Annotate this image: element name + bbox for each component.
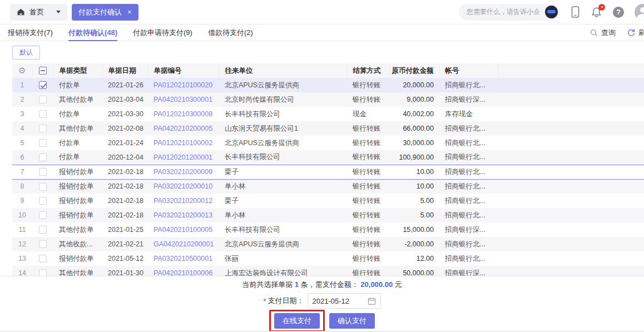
doc-number-link[interactable]: PA0320210200010 (153, 182, 212, 190)
query-button[interactable]: 查询 (589, 28, 616, 38)
table-row[interactable]: 8 报销付款单 2021-02-18 PA0320210200010 单小林 银… (12, 179, 644, 194)
row-checkbox[interactable] (39, 269, 47, 276)
cell-settle-method: 银行转账 (347, 208, 389, 222)
table-row[interactable]: 3 付款单 2021-03-30 PA0120210300008 长丰科技有限公… (12, 107, 644, 121)
cell-account: 招商银行北... (439, 121, 498, 136)
cell-doc-type: 报销付款单 (53, 208, 102, 222)
help-button[interactable]: ? (613, 7, 624, 18)
row-checkbox[interactable] (39, 168, 47, 176)
row-number: 2 (12, 92, 32, 107)
row-checkbox[interactable] (39, 255, 47, 262)
mobile-app-button[interactable] (571, 6, 580, 19)
row-number: 5 (12, 136, 32, 150)
online-pay-button[interactable]: 在线支付 (274, 313, 320, 329)
table-row[interactable]: 7 报销付款单 2021-02-18 PA0320210200009 栗子 银行… (12, 165, 644, 179)
row-checkbox[interactable] (39, 110, 47, 118)
tab-payment-request-pending[interactable]: 付款申请待支付(9) (133, 24, 192, 41)
cell-account: 招商银行北... (439, 78, 498, 92)
cell-partner: 北京APUS云服务提供商 (219, 136, 347, 150)
col-partner: 往来单位 (219, 63, 347, 78)
home-tab[interactable]: 首页 (10, 4, 67, 21)
row-checkbox[interactable] (39, 153, 47, 161)
table-row[interactable]: 2 其他付款单 2021-03-04 PA0420210300001 北京时尚传… (12, 92, 644, 107)
doc-number-link[interactable]: PA0320210200009 (153, 168, 212, 176)
row-checkbox[interactable] (39, 211, 47, 219)
cell-filler (498, 136, 644, 150)
doc-number-link[interactable]: PA0420210100005 (153, 226, 212, 234)
close-tab-icon[interactable]: × (127, 8, 132, 16)
cell-filler (498, 222, 644, 237)
top-tab-bar: 首页 付款支付确认 × 您需要什么，请告诉小企 ? (0, 0, 644, 24)
cell-doc-date: 2021-02-08 (102, 121, 148, 136)
tab-loan-pending[interactable]: 借款待支付(2) (208, 24, 253, 41)
doc-number-link[interactable]: PA0320210500001 (153, 255, 212, 262)
row-number: 6 (12, 150, 32, 165)
table-row[interactable]: 4 其他付款单 2021-02-08 PA0420210200005 山东润天贸… (12, 121, 644, 136)
row-number: 10 (12, 208, 32, 222)
doc-number-link[interactable]: PA0420210200005 (153, 125, 212, 132)
cell-partner: 北京APUS云服务提供商 (219, 237, 347, 251)
select-all-checkbox[interactable] (39, 67, 47, 75)
chevron-down-icon[interactable] (56, 11, 61, 13)
table-row[interactable]: 9 报销付款单 2021-02-18 PA0320210200012 栗子 银行… (12, 194, 644, 208)
table-row[interactable]: 1 付款单 2021-01-26 PA0120210100020 北京APUS云… (12, 78, 644, 92)
row-checkbox[interactable] (39, 81, 47, 89)
doc-number-link[interactable]: PA0320210200013 (153, 211, 212, 219)
doc-number-link[interactable]: GA0420210200001 (153, 240, 214, 248)
confirm-pay-button[interactable]: 确认支付 (329, 313, 375, 329)
query-label: 查询 (601, 28, 616, 38)
row-checkbox[interactable] (39, 96, 47, 103)
doc-number-link[interactable]: PA0420210100006 (153, 269, 212, 276)
row-checkbox[interactable] (39, 125, 47, 132)
doc-number-link[interactable]: PA0120210300008 (153, 110, 212, 118)
table-row[interactable]: 12 其他收款... 2021-02-21 GA0420210200001 北京… (12, 237, 644, 251)
cell-amount: 50,000.00 (389, 266, 439, 276)
tab-payment-confirm[interactable]: 付款支付确认 × (72, 4, 138, 21)
cell-doc-date: 2021-01-26 (102, 78, 148, 92)
row-number: 11 (12, 222, 32, 237)
cell-doc-date: 2021-03-04 (102, 92, 148, 107)
payment-date-input[interactable]: 2021-05-12 (308, 293, 381, 309)
table-row[interactable]: 14 其他付款单 2021-01-30 PA0420210100006 上海宏达… (12, 266, 644, 276)
row-checkbox[interactable] (39, 197, 47, 205)
row-checkbox[interactable] (39, 183, 47, 191)
tab-reimburse-pending[interactable]: 报销待支付(7) (8, 24, 53, 41)
table-row[interactable]: 6 付款单 2020-12-04 PA0120201200001 长丰科技有限公… (12, 150, 644, 165)
cell-doc-date: 2021-03-30 (102, 107, 148, 121)
doc-number-link[interactable]: PA0120210100020 (153, 81, 212, 89)
cell-filler (498, 208, 644, 222)
cell-filler (498, 150, 644, 165)
cell-account: 招商银行深... (439, 92, 498, 107)
row-checkbox[interactable] (39, 240, 47, 248)
cell-amount: 5.00 (389, 208, 439, 222)
cell-account: 招商银行北... (439, 165, 498, 179)
table-actions: 查询 刷新 (589, 28, 644, 38)
cell-settle-method: 银行转账 (347, 121, 389, 136)
doc-number-link[interactable]: PA0320210200012 (153, 197, 212, 205)
doc-number-link[interactable]: PA0120201200001 (153, 153, 212, 161)
status-tab-bar: 报销待支付(7) 付款待确认(48) 付款申请待支付(9) 借款待支付(2) 查… (0, 24, 644, 41)
row-number: 12 (12, 237, 32, 251)
payment-footer: 当前共选择单据 1 条，需支付金额： 20,000.00 元 * 支付日期： 2… (0, 280, 644, 332)
user-avatar[interactable] (635, 4, 644, 21)
tab-payment-pending-confirm[interactable]: 付款待确认(48) (68, 24, 117, 41)
doc-number-link[interactable]: PA0120210100002 (153, 139, 212, 147)
cell-settle-method: 银行转账 (347, 179, 389, 194)
table-settings-gear-icon[interactable]: ⚙ (18, 66, 26, 76)
default-filter-chip[interactable]: 默认 (12, 46, 40, 60)
table-row[interactable]: 13 报销付款单 2021-05-12 PA0320210500001 张丽 银… (12, 251, 644, 266)
row-checkbox[interactable] (39, 226, 47, 234)
cell-filler (498, 237, 644, 251)
notifications-button[interactable] (591, 6, 602, 18)
table-row[interactable]: 10 报销付款单 2021-02-18 PA0320210200013 单小林 … (12, 208, 644, 222)
cell-amount: 5.00 (389, 194, 439, 208)
table-row[interactable]: 5 付款单 2021-01-24 PA0120210100002 北京APUS云… (12, 136, 644, 150)
row-checkbox[interactable] (39, 139, 47, 147)
table-row[interactable]: 11 其他付款单 2021-01-25 PA0420210100005 长丰科技… (12, 222, 644, 237)
cell-doc-type: 其他收款... (53, 237, 102, 251)
assistant-search[interactable]: 您需要什么，请告诉小企 (459, 4, 560, 21)
cell-partner: 上海宏达装饰设计有限公司 (219, 266, 347, 276)
refresh-button[interactable]: 刷新 (627, 28, 644, 38)
doc-number-link[interactable]: PA0420210300001 (153, 96, 212, 103)
cell-settle-method: 银行转账 (347, 165, 389, 179)
